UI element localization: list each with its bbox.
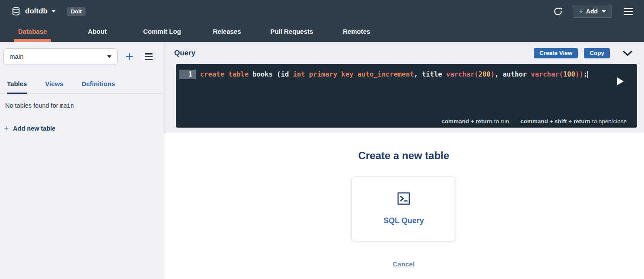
top-navbar: doltdb Dolt + Add Database About Commit … [0,0,644,42]
plus-icon: + [4,124,9,132]
tab-database[interactable]: Database [0,22,65,42]
refresh-icon[interactable] [553,6,563,16]
text-cursor [587,71,588,78]
tab-about[interactable]: About [65,22,130,42]
database-dropdown-caret-icon[interactable] [51,10,56,13]
tab-pull-requests[interactable]: Pull Requests [259,22,324,42]
branch-menu-icon[interactable] [145,53,153,60]
active-tab-underline [14,39,51,42]
no-tables-message: No tables found for main [5,102,74,109]
sidebar-tab-definitions[interactable]: Definitions [82,80,115,93]
tab-releases[interactable]: Releases [194,22,259,42]
plus-icon: + [579,8,583,15]
sql-query-card[interactable]: SQL Query [351,176,456,241]
tab-commit-log[interactable]: Commit Log [130,22,194,42]
dolt-badge: Dolt [67,7,86,16]
query-title: Query [174,49,528,58]
database-icon [11,6,21,16]
add-button[interactable]: + Add [573,5,612,18]
sql-code-line: create table books (id int primary key a… [200,71,587,78]
sidebar-tabs: Tables Views Definitions [0,80,163,94]
add-new-table-button[interactable]: + Add new table [4,124,55,132]
cancel-link[interactable]: Cancel [393,260,415,268]
create-table-heading: Create a new table [163,150,644,162]
editor-shortcut-hints: command + return to run command + shift … [441,118,627,125]
add-caret-icon [602,10,606,13]
query-section: Query Create View Copy 1 create table bo… [163,42,644,133]
sidebar-tab-tables[interactable]: Tables [7,80,27,94]
terminal-icon [397,192,411,207]
run-query-play-icon[interactable] [617,77,624,85]
copy-button[interactable]: Copy [584,48,610,58]
sidebar-tab-views[interactable]: Views [45,80,63,93]
sql-editor[interactable]: 1 create table books (id int primary key… [176,64,637,128]
create-table-section: Create a new table SQL Query Cancel [163,133,644,279]
line-number: 1 [179,70,196,79]
create-view-button[interactable]: Create View [534,48,578,58]
branch-name-text: main [60,102,74,109]
sidebar: main Tables Views Definitions No tables … [0,42,163,279]
database-name[interactable]: doltdb [25,7,48,16]
sql-query-card-label: SQL Query [383,216,424,225]
collapse-chevron-icon[interactable] [623,50,632,56]
top-tabs: Database About Commit Log Releases Pull … [0,22,644,42]
branch-selector[interactable]: main [3,48,118,64]
new-branch-plus-icon[interactable] [125,52,134,61]
branch-caret-icon [107,55,112,58]
tab-remotes[interactable]: Remotes [324,22,389,42]
menu-icon[interactable] [624,8,633,15]
